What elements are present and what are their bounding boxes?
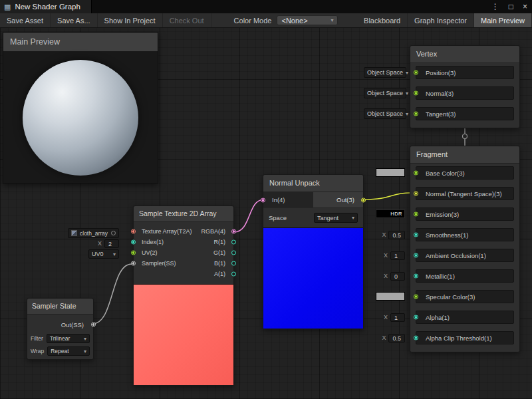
input-port[interactable] bbox=[261, 198, 265, 202]
output-port[interactable] bbox=[91, 323, 96, 327]
value-field[interactable]: 0 bbox=[390, 272, 405, 281]
value-field[interactable]: 2 bbox=[104, 239, 119, 248]
output-out3[interactable]: Out(3) bbox=[313, 192, 363, 207]
main-preview-panel[interactable]: Main Preview bbox=[3, 32, 158, 184]
document-tab[interactable]: ▦ New Shader Graph bbox=[0, 0, 92, 13]
block-row-ambient-occlusion[interactable]: Ambient Occlusion(1) bbox=[416, 249, 514, 262]
close-icon[interactable]: × bbox=[518, 0, 532, 13]
input-in4[interactable]: In(4) bbox=[263, 192, 313, 207]
node-vertex[interactable]: Vertex Position(3) Normal(3) Tangent(3) … bbox=[410, 45, 520, 128]
input-port[interactable] bbox=[414, 274, 418, 279]
block-row-specular-color[interactable]: Specular Color(3) bbox=[416, 290, 514, 303]
block-label: Tangent(3) bbox=[426, 110, 456, 118]
block-row-alpha[interactable]: Alpha(1) bbox=[416, 311, 514, 324]
color-mode-dropdown[interactable]: <None> ▾ bbox=[277, 15, 338, 25]
input-texture-array[interactable]: Texture Array(T2A) bbox=[134, 226, 192, 237]
block-row-alpha-clip-threshold[interactable]: Alpha Clip Threshold(1) bbox=[416, 331, 514, 344]
float-input-smoothness[interactable]: X 0.5 bbox=[382, 230, 405, 239]
main-preview-button[interactable]: Main Preview bbox=[474, 13, 532, 27]
output-a[interactable]: A(1) bbox=[201, 269, 233, 279]
input-port[interactable] bbox=[414, 233, 418, 237]
filter-dropdown[interactable]: Trilinear ▾ bbox=[47, 334, 90, 343]
object-picker-icon[interactable] bbox=[111, 231, 116, 235]
wire-samplerstate-to-sampler[interactable] bbox=[92, 264, 132, 324]
value-field[interactable]: 1 bbox=[390, 313, 405, 322]
wire-out3-to-normal[interactable] bbox=[364, 193, 411, 200]
color-swatch[interactable] bbox=[376, 168, 405, 177]
output-r[interactable]: R(1) bbox=[201, 237, 233, 247]
window-title: New Shader Graph bbox=[15, 3, 80, 11]
show-in-project-button[interactable]: Show In Project bbox=[98, 13, 163, 27]
input-port[interactable] bbox=[131, 251, 136, 255]
hdr-color-field[interactable]: HDR bbox=[376, 209, 405, 218]
input-sampler[interactable]: Sampler(SS) bbox=[134, 258, 192, 269]
save-as-button[interactable]: Save As... bbox=[51, 13, 98, 27]
more-menu-icon[interactable]: ⋮ bbox=[487, 0, 504, 13]
space-dropdown[interactable]: Tangent ▾ bbox=[314, 213, 358, 223]
node-sampler-state[interactable]: Sampler State Out(SS) Filter Trilinear ▾… bbox=[27, 298, 94, 360]
graph-inspector-button[interactable]: Graph Inspector bbox=[408, 13, 474, 27]
block-row-normal[interactable]: Normal(3) bbox=[416, 86, 514, 100]
value-field[interactable]: 0.5 bbox=[388, 231, 405, 239]
maximize-icon[interactable]: □ bbox=[504, 0, 518, 13]
node-title: Sample Texture 2D Array bbox=[134, 206, 233, 222]
block-row-position[interactable]: Position(3) bbox=[416, 66, 514, 79]
block-row-tangent[interactable]: Tangent(3) bbox=[416, 107, 514, 120]
vertex-fragment-link-handle[interactable] bbox=[463, 134, 467, 139]
output-port[interactable] bbox=[231, 240, 236, 245]
output-rgba[interactable]: RGBA(4) bbox=[201, 226, 233, 237]
float-input-alpha-clip[interactable]: X 0.5 bbox=[382, 333, 405, 342]
block-row-smoothness[interactable]: Smoothness(1) bbox=[416, 228, 514, 241]
space-dropdown[interactable]: Object Space ▾ bbox=[364, 67, 406, 78]
input-port[interactable] bbox=[414, 336, 418, 340]
input-port[interactable] bbox=[414, 91, 418, 96]
node-fragment[interactable]: Fragment Base Color(3) Normal (Tangent S… bbox=[410, 146, 520, 352]
output-g[interactable]: G(1) bbox=[201, 247, 233, 258]
output-port[interactable] bbox=[231, 261, 236, 266]
blackboard-button[interactable]: Blackboard bbox=[357, 13, 408, 27]
wire-rgba-to-in4[interactable] bbox=[234, 200, 264, 232]
input-port[interactable] bbox=[414, 192, 418, 196]
output-port[interactable] bbox=[231, 229, 236, 234]
save-asset-button[interactable]: Save Asset bbox=[0, 13, 51, 27]
texture-object-field[interactable]: cloth_array bbox=[68, 228, 119, 238]
output-port[interactable] bbox=[231, 251, 236, 255]
input-port[interactable] bbox=[414, 295, 418, 299]
main-preview-viewport[interactable] bbox=[3, 51, 158, 184]
value-field[interactable]: 0.5 bbox=[388, 334, 405, 342]
output-port[interactable] bbox=[361, 198, 366, 202]
input-port[interactable] bbox=[131, 229, 136, 234]
normal-map-preview-blue bbox=[263, 227, 363, 329]
space-dropdown[interactable]: Object Space ▾ bbox=[364, 108, 406, 119]
input-port[interactable] bbox=[131, 240, 136, 245]
input-port[interactable] bbox=[414, 70, 418, 75]
graph-canvas[interactable]: Main Preview Vertex Position(3) Normal(3… bbox=[0, 28, 532, 399]
float-input-metallic[interactable]: X 0 bbox=[384, 271, 405, 281]
block-row-metallic[interactable]: Metallic(1) bbox=[416, 269, 514, 283]
output-b[interactable]: B(1) bbox=[201, 258, 233, 269]
input-uv[interactable]: UV(2) bbox=[134, 247, 192, 258]
input-port[interactable] bbox=[131, 261, 136, 266]
uv-value: UV0 bbox=[92, 251, 104, 257]
input-port[interactable] bbox=[414, 315, 418, 320]
input-port[interactable] bbox=[414, 112, 418, 116]
input-index[interactable]: Index(1) bbox=[134, 237, 192, 247]
input-port[interactable] bbox=[414, 253, 418, 258]
wrap-dropdown[interactable]: Repeat ▾ bbox=[47, 346, 90, 356]
space-dropdown[interactable]: Object Space ▾ bbox=[364, 88, 406, 98]
node-normal-unpack[interactable]: Normal Unpack In(4) Out(3) Space Tangent… bbox=[263, 174, 364, 329]
value-field[interactable]: 1 bbox=[390, 251, 405, 260]
node-sample-texture-2d-array[interactable]: Sample Texture 2D Array Texture Array(T2… bbox=[133, 205, 234, 386]
float-input-ambient-occlusion[interactable]: X 1 bbox=[384, 251, 405, 260]
output-port[interactable] bbox=[231, 272, 236, 277]
index-float-input[interactable]: X 2 bbox=[98, 239, 119, 248]
output-out-ss[interactable]: Out(SS) bbox=[27, 319, 93, 331]
color-swatch[interactable] bbox=[376, 292, 405, 301]
float-input-alpha[interactable]: X 1 bbox=[384, 313, 405, 322]
block-row-emission[interactable]: Emission(3) bbox=[416, 207, 514, 221]
uv-channel-dropdown[interactable]: UV0 ▾ bbox=[88, 249, 119, 259]
input-port[interactable] bbox=[414, 212, 418, 217]
block-row-normal-tangent-space[interactable]: Normal (Tangent Space)(3) bbox=[416, 187, 514, 200]
input-port[interactable] bbox=[414, 171, 418, 176]
block-row-base-color[interactable]: Base Color(3) bbox=[416, 166, 514, 180]
